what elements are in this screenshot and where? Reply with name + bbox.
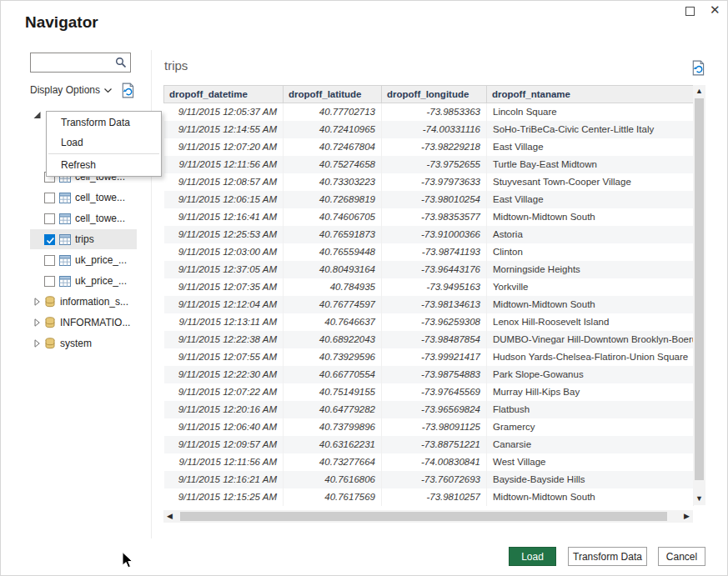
table-cell: Clinton bbox=[487, 243, 694, 261]
search-box[interactable] bbox=[30, 53, 131, 73]
refresh-preview-icon[interactable] bbox=[691, 60, 706, 76]
table-row[interactable]: 9/11/2015 12:14:55 AM40.72410965-74.0033… bbox=[164, 121, 694, 138]
table-cell: -73.88751221 bbox=[382, 436, 487, 453]
tree-item-information-schema-upper[interactable]: INFORMATIO... bbox=[30, 313, 137, 333]
tree-item-information-schema[interactable]: information_s... bbox=[30, 292, 137, 312]
table-cell: 9/11/2015 12:11:56 AM bbox=[164, 156, 284, 173]
checkbox-checked[interactable] bbox=[44, 234, 55, 245]
table-row[interactable]: 9/11/2015 12:05:37 AM40.77702713-73.9853… bbox=[164, 103, 694, 121]
scroll-right-icon[interactable]: ▶ bbox=[680, 510, 693, 523]
table-row[interactable]: 9/11/2015 12:11:56 AM40.75274658-73.9752… bbox=[164, 156, 694, 173]
table-cell: Gramercy bbox=[487, 418, 694, 436]
table-row[interactable]: 9/11/2015 12:16:41 AM40.74606705-73.9835… bbox=[164, 208, 694, 226]
table-cell: Lenox Hill-Roosevelt Island bbox=[487, 313, 694, 331]
table-cell: 9/11/2015 12:15:25 AM bbox=[164, 488, 284, 506]
table-row[interactable]: 9/11/2015 12:08:57 AM40.73303223-73.9797… bbox=[164, 173, 694, 191]
tree-item-system[interactable]: system bbox=[30, 333, 137, 353]
table-row[interactable]: 9/11/2015 12:15:25 AM40.7617569-73.98102… bbox=[164, 488, 694, 506]
table-row[interactable]: 9/11/2015 12:11:56 AM40.73277664-74.0083… bbox=[164, 453, 694, 471]
checkbox-unchecked[interactable] bbox=[44, 255, 55, 266]
column-header-dropoff-datetime[interactable]: dropoff_datetime bbox=[164, 86, 284, 103]
horizontal-scrollbar-thumb[interactable] bbox=[180, 512, 667, 521]
expander-open-icon[interactable] bbox=[33, 111, 42, 119]
tree-item-label: system bbox=[60, 338, 92, 349]
tree-item-uk-price-1[interactable]: uk_price_... bbox=[30, 250, 137, 270]
table-row[interactable]: 9/11/2015 12:09:57 AM40.63162231-73.8875… bbox=[164, 436, 694, 453]
maximize-icon[interactable] bbox=[685, 7, 695, 16]
table-cell: 40.72410965 bbox=[284, 121, 382, 138]
table-cell: -73.98741193 bbox=[382, 243, 487, 261]
table-row[interactable]: 9/11/2015 12:06:15 AM40.72689819-73.9801… bbox=[164, 191, 694, 208]
tree-item-uk-price-2[interactable]: uk_price_... bbox=[30, 271, 137, 291]
table-cell: 9/11/2015 12:08:57 AM bbox=[164, 173, 284, 191]
search-input[interactable] bbox=[31, 54, 115, 71]
context-menu-separator bbox=[48, 153, 159, 154]
table-row[interactable]: 9/11/2015 12:22:38 AM40.68922043-73.9848… bbox=[164, 331, 694, 348]
table-icon bbox=[59, 234, 71, 245]
load-button[interactable]: Load bbox=[509, 547, 556, 566]
table-row[interactable]: 9/11/2015 12:06:40 AM40.73799896-73.9809… bbox=[164, 418, 694, 436]
expander-collapsed-icon[interactable] bbox=[33, 318, 42, 327]
table-cell: 9/11/2015 12:16:21 AM bbox=[164, 471, 284, 488]
expander-collapsed-icon[interactable] bbox=[33, 298, 42, 306]
scroll-up-icon[interactable]: ▲ bbox=[693, 85, 705, 98]
table-row[interactable]: 9/11/2015 12:22:30 AM40.66770554-73.9875… bbox=[164, 366, 694, 383]
checkbox-unchecked[interactable] bbox=[44, 193, 55, 203]
table-cell: 40.7617569 bbox=[284, 488, 382, 506]
table-cell: 9/11/2015 12:03:00 AM bbox=[164, 243, 284, 261]
cancel-button[interactable]: Cancel bbox=[658, 547, 705, 566]
chevron-down-icon bbox=[104, 88, 112, 93]
table-cell: 9/11/2015 12:07:35 AM bbox=[164, 278, 284, 296]
table-cell: Morningside Heights bbox=[487, 261, 694, 278]
scroll-left-icon[interactable]: ◀ bbox=[163, 510, 176, 523]
checkbox-unchecked[interactable] bbox=[44, 276, 55, 287]
table-row[interactable]: 9/11/2015 12:07:20 AM40.72467804-73.9822… bbox=[164, 138, 694, 156]
refresh-preview-icon[interactable] bbox=[121, 83, 136, 98]
checkbox-unchecked[interactable] bbox=[44, 213, 55, 224]
table-row[interactable]: 9/11/2015 12:07:55 AM40.73929596-73.9992… bbox=[164, 348, 694, 366]
expander-collapsed-icon[interactable] bbox=[33, 339, 42, 348]
table-row[interactable]: 9/11/2015 12:13:11 AM40.7646637-73.96259… bbox=[164, 313, 694, 331]
database-icon bbox=[45, 296, 55, 308]
column-header-dropoff-ntaname[interactable]: dropoff_ntaname bbox=[487, 86, 694, 103]
column-header-dropoff-latitude[interactable]: dropoff_latitude bbox=[284, 86, 382, 103]
table-cell: 40.73929596 bbox=[284, 348, 382, 366]
horizontal-scrollbar[interactable]: ◀ ▶ bbox=[163, 510, 693, 523]
table-cell: -73.99921417 bbox=[382, 348, 487, 366]
table-cell: -73.98091125 bbox=[382, 418, 487, 436]
vertical-scrollbar[interactable]: ▲ ▼ bbox=[693, 85, 705, 505]
tree-item-trips[interactable]: trips bbox=[30, 229, 137, 249]
table-row[interactable]: 9/11/2015 12:07:22 AM40.75149155-73.9764… bbox=[164, 383, 694, 401]
table-row[interactable]: 9/11/2015 12:12:04 AM40.76774597-73.9813… bbox=[164, 296, 694, 313]
display-options-dropdown[interactable]: Display Options bbox=[30, 84, 112, 96]
tree-item-label: INFORMATIO... bbox=[60, 317, 130, 328]
table-row[interactable]: 9/11/2015 12:37:05 AM40.80493164-73.9644… bbox=[164, 261, 694, 278]
table-cell: 40.75149155 bbox=[284, 383, 382, 401]
preview-title: trips bbox=[164, 58, 188, 73]
context-menu-item-load[interactable]: Load bbox=[47, 133, 161, 153]
table-cell: -73.9810257 bbox=[382, 488, 487, 506]
table-cell: -74.00331116 bbox=[382, 121, 487, 138]
table-cell: 40.73799896 bbox=[284, 418, 382, 436]
table-cell: 40.73303223 bbox=[284, 173, 382, 191]
vertical-scrollbar-thumb[interactable] bbox=[695, 98, 704, 480]
context-menu-item-refresh[interactable]: Refresh bbox=[47, 155, 161, 175]
table-row[interactable]: 9/11/2015 12:03:00 AM40.76559448-73.9874… bbox=[164, 243, 694, 261]
check-icon bbox=[46, 236, 55, 245]
table-row[interactable]: 9/11/2015 12:07:35 AM40.784935-73.949516… bbox=[164, 278, 694, 296]
scroll-down-icon[interactable]: ▼ bbox=[693, 493, 705, 505]
tree-item-cell-towers-2[interactable]: cell_towe... bbox=[30, 188, 137, 208]
table-row[interactable]: 9/11/2015 12:25:53 AM40.76591873-73.9100… bbox=[164, 226, 694, 243]
close-icon[interactable]: ✕ bbox=[710, 2, 720, 18]
table-cell: Park Slope-Gowanus bbox=[487, 366, 694, 383]
table-cell: -73.9752655 bbox=[382, 156, 487, 173]
table-row[interactable]: 9/11/2015 12:20:16 AM40.64779282-73.9656… bbox=[164, 401, 694, 418]
table-cell: Bayside-Bayside Hills bbox=[487, 471, 694, 488]
table-cell: East Village bbox=[487, 138, 694, 156]
tree-item-cell-towers-3[interactable]: cell_towe... bbox=[30, 208, 137, 228]
table-row[interactable]: 9/11/2015 12:16:21 AM40.7616806-73.76072… bbox=[164, 471, 694, 488]
transform-data-button[interactable]: Transform Data bbox=[568, 547, 647, 566]
context-menu-item-transform-data[interactable]: Transform Data bbox=[47, 113, 161, 133]
column-header-dropoff-longitude[interactable]: dropoff_longitude bbox=[382, 86, 487, 103]
table-cell: 9/11/2015 12:07:55 AM bbox=[164, 348, 284, 366]
